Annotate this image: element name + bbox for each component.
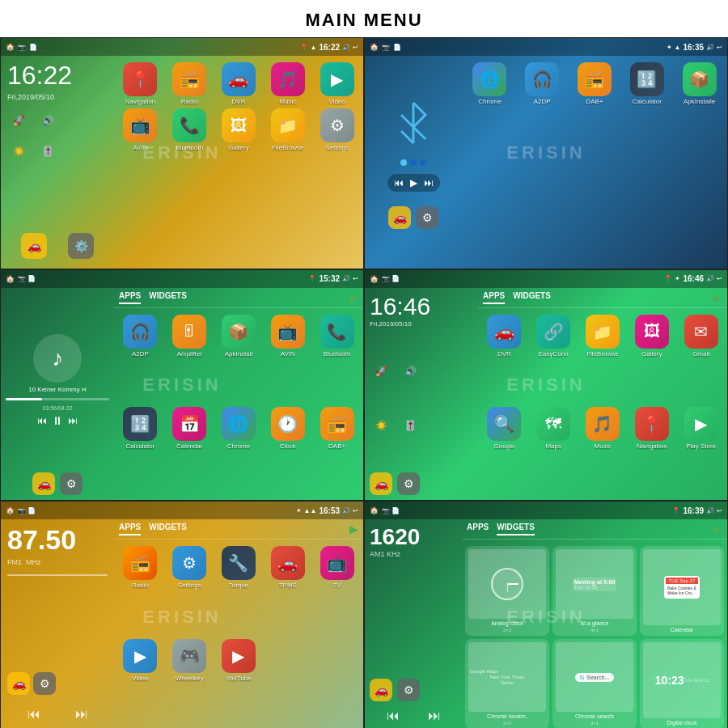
panel-bottom-icon-3[interactable]: 🚗: [388, 206, 411, 229]
music-play[interactable]: ⏸: [52, 414, 63, 427]
app-dab-2[interactable]: 📻 DAB+: [570, 62, 620, 105]
app-wheelkey[interactable]: 🎮 Wheelkey: [167, 639, 213, 728]
app-apk-2[interactable]: 📦 ApkInstalle: [675, 62, 724, 105]
app-dab-3[interactable]: 📻 DAB+: [314, 407, 360, 497]
widgets-tab-5[interactable]: WIDGETS: [149, 523, 187, 535]
widget-chrome-search[interactable]: G Search... Chrome search 3×1: [552, 639, 637, 728]
back-icon-5[interactable]: ↩: [353, 507, 358, 514]
app-calendar-3[interactable]: 📅 Calendar: [167, 407, 213, 497]
bt-play-btn[interactable]: ▶: [410, 177, 417, 188]
apps-arrow-6[interactable]: ▶: [713, 523, 722, 535]
app-a2dp-2[interactable]: 🎧 A2DP: [518, 62, 567, 105]
radio-prev[interactable]: ⏮: [23, 705, 45, 723]
apps-tab-5[interactable]: APPS: [119, 523, 141, 535]
back-icon-2[interactable]: ↩: [717, 44, 722, 51]
bt-prev-btn[interactable]: ⏮: [394, 177, 404, 188]
apps-tab-6[interactable]: APPS: [467, 523, 489, 535]
app-amplifier[interactable]: 🎚 Amplifier: [167, 315, 213, 404]
panel-bottom-icon-7[interactable]: 🚗: [370, 472, 392, 495]
back-icon-6[interactable]: ↩: [717, 507, 722, 514]
p6-next[interactable]: ⏭: [423, 707, 446, 725]
volume-ctrl-icon-4[interactable]: 🔊: [399, 360, 421, 383]
panel-bottom-icon-8[interactable]: ⚙: [397, 472, 420, 495]
apps-arrow-4[interactable]: ▶: [713, 291, 722, 304]
app-radio[interactable]: 📻 Radio: [167, 62, 213, 105]
app-radio-5[interactable]: 📻 Radio: [117, 546, 163, 636]
widget-calendar[interactable]: TUE Sep 27 Bake Cookies &Make Ice Cre...…: [640, 546, 724, 636]
p6-prev[interactable]: ⏮: [382, 707, 404, 725]
app-torque[interactable]: 🔧 Torque: [216, 546, 262, 636]
app-maps[interactable]: 🗺 Maps: [531, 407, 577, 497]
bt-next-btn[interactable]: ⏭: [424, 177, 434, 188]
brightness-icon[interactable]: ☀️: [7, 140, 30, 163]
music-prev[interactable]: ⏮: [37, 415, 47, 426]
panel-bottom-icon-6[interactable]: ⚙: [60, 472, 83, 495]
app-calculator-3[interactable]: 🔢 Calculator: [117, 407, 163, 497]
app-avin-3[interactable]: 📺 AVIN: [265, 315, 311, 404]
panel-bottom-icon-2[interactable]: ⚙️: [68, 233, 94, 259]
home-icon[interactable]: 🏠: [6, 43, 15, 51]
app-gallery-4[interactable]: 🖼 Gallery: [629, 315, 675, 404]
app-video-5[interactable]: ▶ Video: [117, 639, 163, 728]
app-easyconn[interactable]: 🔗 EasyConn: [531, 315, 577, 404]
back-icon-3[interactable]: ↩: [353, 275, 358, 282]
app-dvr[interactable]: 🚗 DVR: [216, 62, 262, 105]
panel-bottom-icon-11[interactable]: 🚗: [370, 679, 392, 701]
app-filebrowse-4[interactable]: 📁 FileBrowse: [580, 315, 626, 404]
tune-icon[interactable]: 🎚️: [36, 140, 59, 163]
home-icon-4[interactable]: 🏠: [370, 275, 379, 283]
brightness-icon-4[interactable]: ☀️: [370, 414, 392, 437]
app-clock[interactable]: 🕐 Clock: [265, 407, 311, 497]
app-avin[interactable]: 📺 AVIN: [117, 108, 163, 151]
back-icon-4[interactable]: ↩: [717, 275, 722, 282]
apps-arrow-3[interactable]: ▶: [349, 291, 358, 304]
app-google[interactable]: 🔍 Google: [481, 407, 527, 497]
widgets-tab-4[interactable]: WIDGETS: [513, 291, 551, 304]
app-music[interactable]: 🎵 Music: [265, 62, 311, 105]
widget-chrome-bookmarks[interactable]: Google Maps New York Times Yahoo Chrome …: [465, 639, 549, 728]
app-settings-1[interactable]: ⚙ Settings: [314, 108, 360, 151]
app-filebrowse-1[interactable]: 📁 FileBrowse: [265, 108, 311, 151]
home-icon-5[interactable]: 🏠: [6, 506, 15, 514]
app-tpms[interactable]: 🚗 TPMS: [265, 546, 311, 636]
app-bluetooth-1[interactable]: 📞 Bluetooth: [167, 108, 213, 151]
panel-bottom-icon-9[interactable]: 🚗: [7, 672, 30, 695]
app-navigation[interactable]: 📍 Navigation: [117, 62, 163, 105]
apps-arrow-5[interactable]: ▶: [349, 523, 358, 535]
widget-digital-clock[interactable]: 10:23 TUE, MAR 22 Digital clock: [640, 639, 724, 728]
app-bluetooth-3[interactable]: 📞 Bluetooth: [314, 315, 360, 404]
app-video[interactable]: ▶ Video: [314, 62, 360, 105]
app-tv[interactable]: 📺 TV: [314, 546, 360, 636]
panel-bottom-icon-10[interactable]: ⚙: [33, 672, 56, 695]
app-settings-5[interactable]: ⚙ Settings: [167, 546, 213, 636]
app-chrome-2[interactable]: 🌐 Chrome: [465, 62, 514, 105]
app-apkinstall[interactable]: 📦 ApkInstall: [216, 315, 262, 404]
app-playstore[interactable]: ▶ Play Store: [678, 407, 724, 497]
music-next[interactable]: ⏭: [68, 415, 78, 426]
panel-bottom-icon-5[interactable]: 🚗: [32, 472, 55, 495]
widgets-tab-6[interactable]: WIDGETS: [497, 523, 535, 535]
app-gmail[interactable]: ✉ Gmail: [678, 315, 724, 404]
panel-bottom-icon-4[interactable]: ⚙: [416, 206, 438, 229]
app-a2dp-3[interactable]: 🎧 A2DP: [117, 315, 163, 404]
app-navigation-4[interactable]: 📍 Navigation: [629, 407, 675, 497]
app-youtube[interactable]: ▶ YouTube: [216, 639, 262, 728]
app-music-4[interactable]: 🎵 Music: [580, 407, 626, 497]
home-icon-6[interactable]: 🏠: [370, 506, 379, 514]
home-icon-3[interactable]: 🏠: [6, 275, 15, 283]
tune-icon-4[interactable]: 🎚️: [399, 414, 421, 437]
apps-tab-4[interactable]: APPS: [483, 291, 505, 304]
apps-tab-3[interactable]: APPS: [119, 291, 141, 304]
home-icon-2[interactable]: 🏠: [370, 43, 379, 51]
app-gallery-1[interactable]: 🖼 Gallery: [216, 108, 262, 151]
app-chrome-3[interactable]: 🌐 Chrome: [216, 407, 262, 497]
widgets-tab-3[interactable]: WIDGETS: [149, 291, 187, 304]
volume-ctrl-icon[interactable]: 🔊: [36, 109, 59, 132]
app-dvr-4[interactable]: 🚗 DVR: [481, 315, 527, 404]
app-calc-2[interactable]: 🔢 Calculator: [622, 62, 671, 105]
panel-bottom-icon-1[interactable]: 🚗: [21, 233, 47, 259]
panel-bottom-icon-12[interactable]: ⚙: [397, 679, 420, 701]
back-icon[interactable]: ↩: [353, 44, 358, 51]
radio-next[interactable]: ⏭: [70, 705, 93, 723]
widget-at-glance[interactable]: Meeting at 9:00 Tue, 10:23 At a glance 4…: [552, 546, 637, 636]
